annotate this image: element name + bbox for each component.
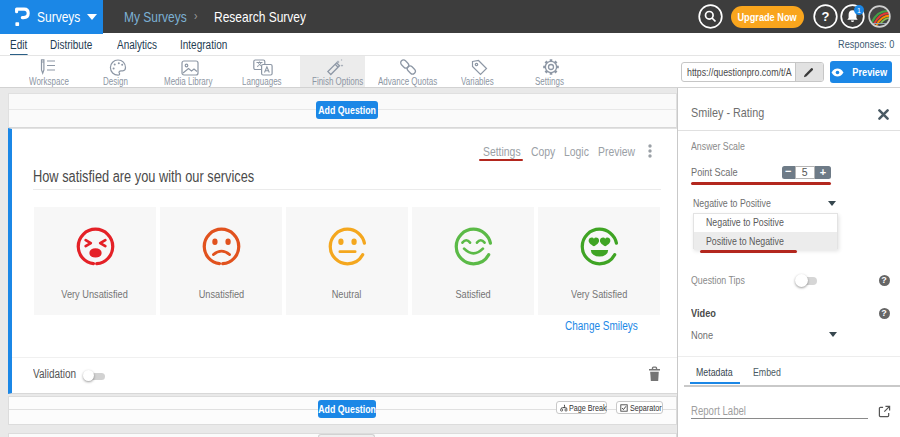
svg-text:?: ?: [822, 9, 830, 24]
svg-text:1: 1: [857, 7, 861, 14]
